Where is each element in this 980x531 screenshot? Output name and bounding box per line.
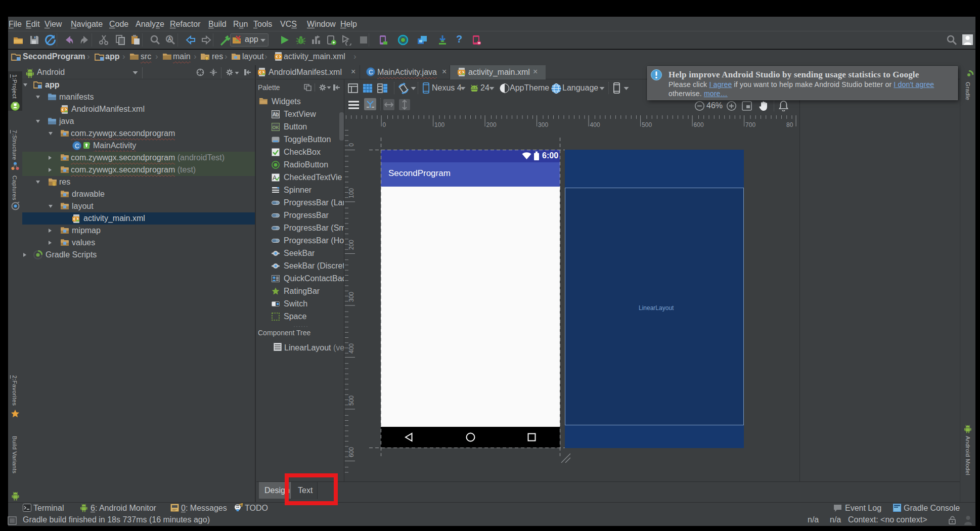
svg-text:C: C [369, 69, 373, 76]
svg-text:OK: OK [273, 125, 279, 130]
svg-text:A: A [168, 36, 171, 42]
svg-text:C: C [75, 143, 79, 150]
svg-text:A: A [273, 174, 277, 182]
svg-text:Ab: Ab [273, 112, 279, 117]
